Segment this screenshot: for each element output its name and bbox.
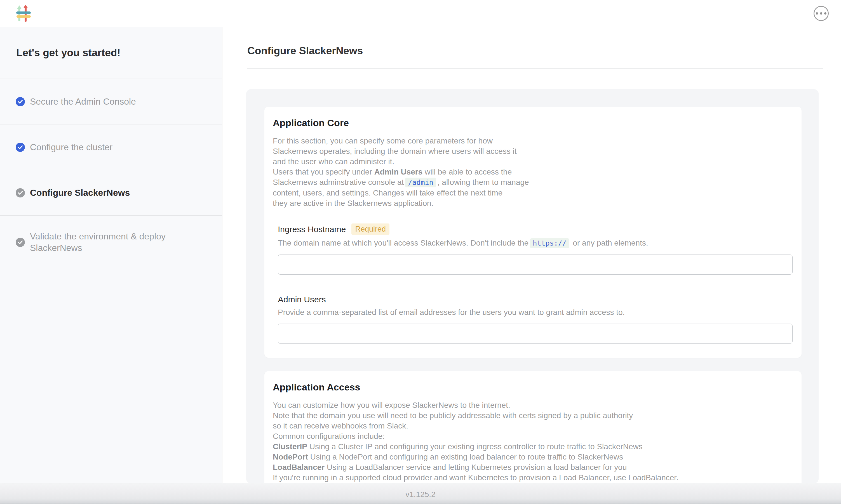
step-label: Configure SlackerNews <box>30 187 130 199</box>
section-description: For this section, you can specify some c… <box>273 136 793 209</box>
slackernews-logo-icon <box>16 5 31 22</box>
field-label: Ingress Hostname <box>278 224 346 234</box>
step-label: Configure the cluster <box>30 142 112 153</box>
sidebar-title: Let's get you started! <box>0 27 222 79</box>
step-label: Validate the environment & deploy Slacke… <box>30 231 186 254</box>
admin-users-input[interactable] <box>278 324 793 344</box>
step-pending-check-icon <box>16 238 25 247</box>
sidebar-step-validate-deploy[interactable]: Validate the environment & deploy Slacke… <box>0 216 222 269</box>
ellipsis-icon <box>816 12 818 15</box>
more-menu-button[interactable] <box>813 6 829 21</box>
field-description: Provide a comma-separated list of email … <box>278 307 793 318</box>
step-pending-check-icon <box>16 188 25 197</box>
step-complete-check-icon <box>16 97 25 106</box>
required-badge: Required <box>352 223 390 235</box>
main-content: Configure SlackerNews Application Core F… <box>222 27 841 483</box>
application-core-card: Application Core For this section, you c… <box>264 107 802 358</box>
step-label: Secure the Admin Console <box>30 96 136 107</box>
sidebar-step-secure-admin-console[interactable]: Secure the Admin Console <box>0 79 222 124</box>
section-title: Application Core <box>273 118 793 128</box>
sidebar-step-configure-cluster[interactable]: Configure the cluster <box>0 124 222 170</box>
section-description: You can customize how you will expose Sl… <box>273 400 793 483</box>
section-title: Application Access <box>273 382 793 393</box>
ingress-hostname-field: Ingress Hostname Required The domain nam… <box>278 223 793 275</box>
inline-code: https:// <box>530 238 569 248</box>
field-description: The domain name at which you'll access S… <box>278 238 793 248</box>
field-label: Admin Users <box>278 295 326 304</box>
step-complete-check-icon <box>16 143 25 152</box>
ingress-hostname-input[interactable] <box>278 254 793 275</box>
app-header <box>0 0 841 27</box>
config-panel: Application Core For this section, you c… <box>246 89 819 483</box>
version-label: v1.125.2 <box>406 490 435 499</box>
setup-steps-sidebar: Let's get you started! Secure the Admin … <box>0 27 222 483</box>
divider <box>247 69 823 69</box>
version-footer: v1.125.2 <box>0 483 841 504</box>
page-title: Configure SlackerNews <box>247 45 841 57</box>
application-access-card: Application Access You can customize how… <box>264 371 802 483</box>
admin-users-field: Admin Users Provide a comma-separated li… <box>278 295 793 344</box>
inline-code: /admin <box>405 178 436 187</box>
sidebar-step-configure-slackernews[interactable]: Configure SlackerNews <box>0 170 222 216</box>
